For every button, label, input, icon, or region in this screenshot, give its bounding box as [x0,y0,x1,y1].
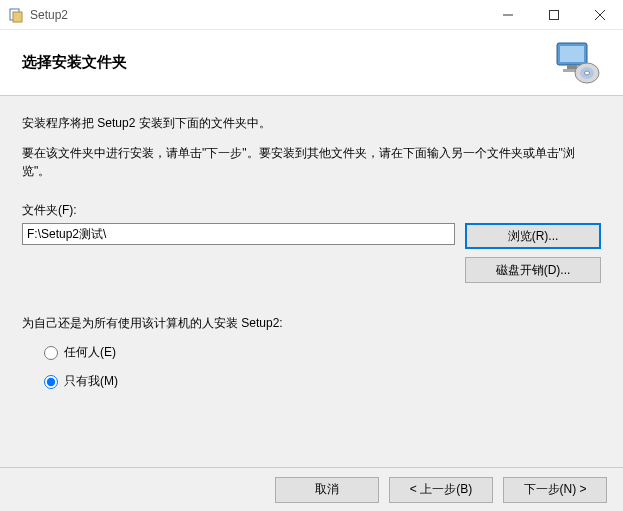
cancel-button[interactable]: 取消 [275,477,379,503]
svg-rect-8 [567,65,577,69]
radio-just-me-label: 只有我(M) [64,373,118,390]
wizard-body: 安装程序将把 Setup2 安装到下面的文件夹中。 要在该文件夹中进行安装，请单… [0,96,623,467]
radio-everyone-input[interactable] [44,346,58,360]
next-button[interactable]: 下一步(N) > [503,477,607,503]
browse-button[interactable]: 浏览(R)... [465,223,601,249]
maximize-button[interactable] [531,0,577,30]
window-title: Setup2 [30,8,485,22]
svg-point-12 [585,71,590,75]
install-description-2: 要在该文件夹中进行安装，请单击"下一步"。要安装到其他文件夹，请在下面输入另一个… [22,144,601,180]
folder-input[interactable] [22,223,455,245]
titlebar: Setup2 [0,0,623,30]
minimize-button[interactable] [485,0,531,30]
svg-rect-3 [550,10,559,19]
disk-cost-button[interactable]: 磁盘开销(D)... [465,257,601,283]
svg-rect-7 [560,46,584,62]
wizard-footer: 取消 < 上一步(B) 下一步(N) > [0,467,623,511]
radio-everyone-label: 任何人(E) [64,344,116,361]
back-button[interactable]: < 上一步(B) [389,477,493,503]
radio-just-me-input[interactable] [44,375,58,389]
wizard-header: 选择安装文件夹 [0,30,623,96]
installer-icon [8,7,24,23]
install-description-1: 安装程序将把 Setup2 安装到下面的文件夹中。 [22,114,601,132]
close-button[interactable] [577,0,623,30]
radio-just-me[interactable]: 只有我(M) [44,373,601,390]
computer-disc-icon [553,41,601,85]
svg-rect-1 [13,12,22,22]
radio-everyone[interactable]: 任何人(E) [44,344,601,361]
page-title: 选择安装文件夹 [22,53,553,72]
install-for-label: 为自己还是为所有使用该计算机的人安装 Setup2: [22,315,601,332]
folder-label: 文件夹(F): [22,202,601,219]
